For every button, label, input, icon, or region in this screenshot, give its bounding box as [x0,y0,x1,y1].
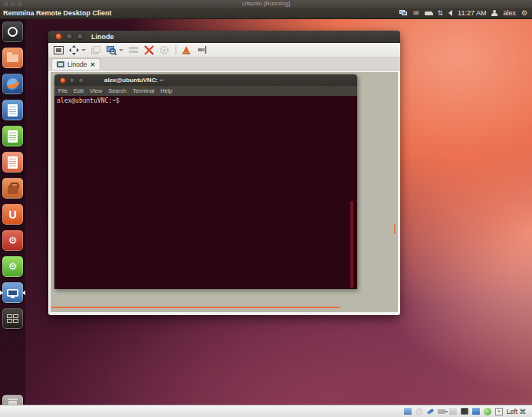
ubuntu-top-panel: Remmina Remote Desktop Client ✉ ⇅ 11:27 … [0,8,532,19]
remote-terminal-window: alex@ubuntuVNC: ~ File Edit View Search … [54,74,357,289]
usb-icon[interactable] [438,409,445,414]
tab-label: Linode [67,61,87,68]
remmina-window-body: alex@ubuntuVNC: ~ File Edit View Search … [48,71,400,315]
virtualbox-status-bar: + Left ⌘ [0,405,532,417]
remmina-launcher-icon[interactable] [2,282,23,303]
terminal-close-button[interactable] [60,77,66,84]
terminal-window-title: alex@ubuntuVNC: ~ [104,77,163,84]
menu-edit[interactable]: Edit [74,87,84,94]
firefox-icon[interactable] [2,74,23,94]
zoom-icon[interactable] [106,45,117,55]
remote-screens-indicator-icon[interactable] [399,10,408,16]
remmina-titlebar[interactable]: Linode [48,31,400,43]
menu-terminal[interactable]: Terminal [133,87,154,94]
active-app-title: Remmina Remote Desktop Client [3,9,112,17]
host-window-title: Ubuntu [Running] [0,0,532,8]
user-icon[interactable] [491,10,498,17]
shell-prompt: alex@ubuntuVNC:~$ [57,97,120,104]
libreoffice-calc-icon[interactable] [2,126,23,146]
close-button[interactable] [55,33,62,40]
workspace-switcher-icon[interactable] [2,308,23,329]
network-icon[interactable] [484,408,491,415]
tools-icon[interactable] [143,45,154,55]
wallpaper-artifact-orange-horizontal [51,307,340,308]
terminal-menubar: File Edit View Search Terminal Help [54,86,357,96]
display-icon[interactable] [461,408,468,415]
features-icon[interactable]: + [495,408,503,415]
ubuntu-one-icon[interactable]: U [2,204,23,225]
remmina-toolbar [48,43,400,57]
menu-view[interactable]: View [90,87,102,94]
battery-indicator-icon[interactable] [425,11,432,15]
keyboard-grab-icon[interactable] [128,45,139,55]
desktop-wallpaper: U ⚙ ⚙ Linode [0,19,532,405]
shared-folders-icon[interactable] [449,408,457,415]
libreoffice-impress-icon[interactable] [2,152,23,172]
terminal-maximize-button[interactable] [78,77,84,84]
software-center-icon[interactable] [2,178,23,199]
minimize-button[interactable] [66,33,73,40]
preferences-gear-icon[interactable] [159,45,169,55]
system-tool-icon[interactable]: ⚙ [2,256,23,277]
fullscreen-icon[interactable] [53,45,64,55]
clock[interactable]: 11:27 AM [458,9,486,17]
volume-indicator-icon[interactable] [448,10,452,16]
session-gear-icon[interactable]: ⚙ [521,8,527,19]
wallpaper-artifact-red [350,201,353,287]
host-window-titlebar: Ubuntu [Running] [0,0,532,8]
tab-linode[interactable]: Linode ✕ [51,58,100,70]
disconnect-icon[interactable] [196,45,207,55]
menu-help[interactable]: Help [160,87,172,94]
hard-disks-icon[interactable] [404,408,412,415]
host-key-label: Left ⌘ [507,408,526,415]
focused-indicator-arrow [22,291,25,295]
minimize-remote-icon[interactable] [181,45,192,55]
connection-tab-icon [57,61,64,67]
zoom-dropdown-icon[interactable] [119,49,123,51]
remmina-window: Linode [48,31,400,315]
dash-home-icon[interactable] [2,21,23,42]
system-tray: ✉ ⇅ 11:27 AM alex ⚙ [399,8,527,19]
system-settings-icon[interactable]: ⚙ [2,230,23,251]
message-indicator-icon[interactable]: ✉ [413,8,419,19]
terminal-titlebar[interactable]: alex@ubuntuVNC: ~ [54,74,357,86]
scaled-mode-icon[interactable] [90,45,101,55]
toolbar-separator [176,45,176,54]
audio-icon[interactable] [427,408,435,414]
sync-indicator-icon[interactable]: ⇅ [438,8,444,19]
menu-search[interactable]: Search [108,87,126,94]
tab-close-icon[interactable]: ✕ [90,61,96,68]
maximize-button[interactable] [77,33,84,40]
remote-desktop-view[interactable]: alex@ubuntuVNC: ~ File Edit View Search … [51,72,398,312]
unity-launcher: U ⚙ ⚙ [0,19,25,405]
fit-window-dropdown-icon[interactable] [81,49,86,51]
recording-icon[interactable] [472,408,480,415]
terminal-minimize-button[interactable] [69,77,75,84]
optical-drives-icon[interactable] [415,408,423,415]
username[interactable]: alex [503,9,516,17]
wallpaper-artifact-orange-vertical [394,225,396,234]
remmina-tab-bar: Linode ✕ [48,57,400,71]
fit-window-icon[interactable] [68,45,79,55]
menu-file[interactable]: File [58,87,67,94]
terminal-content[interactable]: alex@ubuntuVNC:~$ [54,96,357,289]
home-folder-icon[interactable] [2,48,23,68]
remmina-window-title: Linode [91,33,114,41]
libreoffice-writer-icon[interactable] [2,100,23,120]
